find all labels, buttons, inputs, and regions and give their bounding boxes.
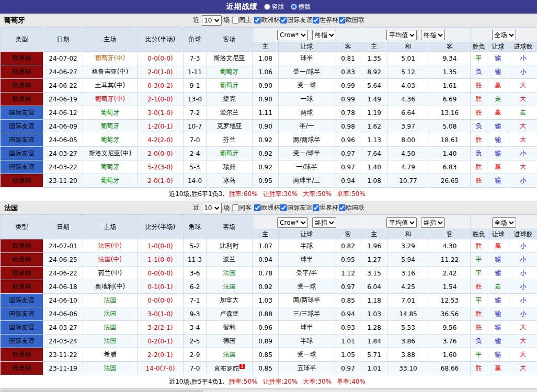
match-row: 国际友谊24-06-06法国3-0(1-0)9-3卢森堡0.88三/三球半0.9… [1, 307, 537, 321]
euro-odds-stage-select[interactable]: 终指 [421, 30, 445, 40]
result-goals: 大 [509, 133, 537, 147]
corner-stat: 7-1 [184, 294, 207, 307]
team-section: 葡萄牙 近 10 场 同主 欧洲杯国际友谊世界杯欧国联 [0, 14, 537, 201]
competition-type-cell: 国际友谊 [1, 133, 43, 147]
match-date: 23-11-19 [43, 362, 83, 375]
scope-controls: 全场 [471, 28, 537, 42]
asian-bookmaker-select[interactable]: Crow* [277, 30, 308, 40]
layout-radio-horizontal-input[interactable] [291, 4, 297, 10]
competition-type-cell: 国际友谊 [1, 321, 43, 335]
scope-select[interactable]: 全场 [492, 30, 516, 40]
asian-home-odds: 0.78 [253, 267, 279, 280]
away-team: 波兰 [207, 253, 253, 267]
competition-label: 国际友谊 [287, 16, 312, 25]
competition-type-cell: 国际友谊 [1, 160, 43, 174]
home-team: 希腊 [83, 348, 138, 362]
competition-checkbox-input[interactable] [312, 17, 319, 24]
asian-odds-stage-select[interactable]: 终指 [312, 30, 336, 40]
competition-checkbox[interactable]: 欧国联 [338, 16, 364, 25]
asian-home-odds: 0.92 [253, 147, 279, 160]
asian-home-odds: 1.08 [253, 52, 279, 65]
team-section: 法国 近 10 场 同客 欧洲杯国际友谊世界杯欧国联 类 [0, 201, 537, 389]
competition-type-cell: 欧洲杯 [1, 253, 43, 267]
recent-label: 近 [193, 16, 199, 25]
asian-handicap: 球半 [279, 253, 335, 267]
subcol-asian-away: 客 [335, 230, 361, 239]
competition-checkbox-input[interactable] [312, 204, 319, 211]
asian-away-odds: 0.85 [335, 294, 361, 307]
result-handicap: 输 [487, 335, 509, 348]
recent-count-select[interactable]: 10 [201, 203, 221, 213]
result-winlose: 负 [471, 120, 487, 133]
layout-radio-vertical-input[interactable] [264, 4, 270, 10]
result-goals: 大 [509, 120, 537, 133]
layout-radio-horizontal[interactable]: 横版 [291, 3, 311, 11]
same-venue-checkbox[interactable]: 同主 [232, 16, 252, 25]
euro-odds-stage-select[interactable]: 终指 [421, 217, 445, 228]
competition-checkbox-input[interactable] [280, 204, 287, 211]
euro-away-odds: 1.35 [429, 65, 471, 79]
match-row: 欧洲杯24-06-18奥地利(中)0-1(0-1)6-2法国0.92受一球0.9… [1, 280, 537, 294]
result-winlose: 胜 [471, 160, 487, 174]
scope-select[interactable]: 全场 [492, 217, 516, 228]
result-handicap: 输 [487, 65, 509, 79]
asian-away-odds: 1.05 [335, 348, 361, 362]
euro-average-select[interactable]: 平均值 [386, 30, 417, 40]
competition-checkbox-input[interactable] [338, 204, 345, 211]
asian-home-odds: 0.92 [253, 280, 279, 294]
away-team: 芬兰 [207, 133, 253, 147]
summary-record: 近10场,胜6平1负3, [169, 190, 224, 198]
corner-stat: 1-11 [184, 65, 207, 79]
asian-odds-stage-select[interactable]: 终指 [312, 217, 336, 228]
competition-checkbox-input[interactable] [254, 17, 260, 24]
same-venue-checkbox[interactable]: 同客 [232, 203, 252, 212]
asian-home-odds: 0.92 [253, 160, 279, 174]
result-handicap: 输 [487, 147, 509, 160]
competition-checkbox-input[interactable] [254, 204, 260, 211]
euro-average-select[interactable]: 平均值 [386, 217, 417, 228]
asian-away-odds: 0.99 [335, 79, 361, 93]
away-team: 爱尔兰 [207, 106, 253, 120]
result-goals: 小 [509, 280, 537, 294]
competition-checkbox[interactable]: 世界杯 [312, 16, 338, 25]
euro-away-odds: 4.30 [429, 239, 471, 253]
asian-handicap: 球半 [279, 321, 335, 335]
match-date: 23-11-22 [43, 348, 83, 362]
layout-radio-vertical[interactable]: 竖版 [264, 3, 284, 11]
euro-draw-odds: 5.01 [387, 52, 429, 65]
competition-checkbox-input[interactable] [280, 17, 287, 24]
result-winlose: 胜 [471, 362, 487, 375]
euro-away-odds: 9.34 [429, 52, 471, 65]
competition-checkbox[interactable]: 国际友谊 [280, 203, 312, 212]
home-team: 法国(中) [83, 253, 138, 267]
asian-away-odds: 0.97 [335, 147, 361, 160]
team-name: 法国 [4, 203, 18, 213]
home-team: 斯洛文尼亚(中) [83, 147, 138, 160]
asian-bookmaker-select[interactable]: Crow* [277, 217, 308, 228]
result-handicap: 输 [487, 321, 509, 335]
competition-checkbox[interactable]: 欧洲杯 [254, 203, 280, 212]
competition-checkbox[interactable]: 欧洲杯 [254, 16, 280, 25]
euro-draw-odds: 4.25 [387, 280, 429, 294]
competition-checkbox[interactable]: 欧国联 [338, 203, 364, 212]
score: 14-0(7-0) [138, 362, 184, 375]
same-venue-checkbox-input[interactable] [232, 17, 238, 24]
competition-checkbox[interactable]: 国际友谊 [280, 16, 312, 25]
euro-home-odds: 1.35 [361, 52, 387, 65]
layout-radio-horizontal-label: 横版 [299, 3, 311, 11]
summary-bar: 近10场,胜5平4负1,胜率:50%让胜率:20%大率:30%单率:40% [0, 375, 537, 389]
euro-away-odds: 12.53 [429, 294, 471, 307]
asian-handicap: 半球 [279, 335, 335, 348]
horizontal-scrollbar[interactable] [0, 389, 537, 392]
result-handicap: 输 [487, 307, 509, 321]
competition-label: 欧洲杯 [261, 203, 280, 212]
col-corner: 角球 [184, 28, 207, 52]
euro-away-odds: 36.56 [429, 307, 471, 321]
competition-checkbox-input[interactable] [338, 17, 345, 24]
same-venue-checkbox-input[interactable] [232, 204, 238, 211]
horizontal-scrollbar-thumb[interactable] [0, 390, 204, 392]
competition-checkbox[interactable]: 世界杯 [312, 203, 338, 212]
home-team: 葡萄牙 [83, 174, 138, 188]
col-type: 类型 [1, 28, 43, 52]
recent-count-select[interactable]: 10 [201, 15, 221, 26]
